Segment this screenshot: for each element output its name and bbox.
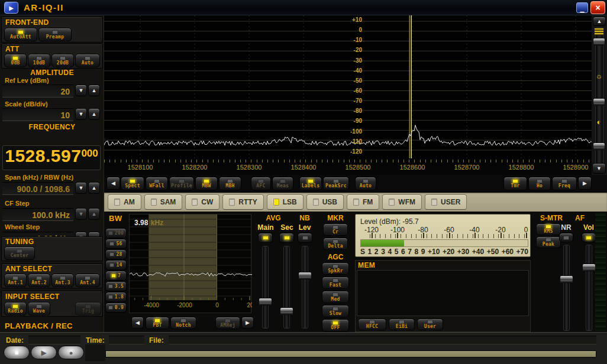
ref-lev-down-button[interactable]: ▼ xyxy=(75,84,87,96)
mode-sam-button[interactable]: SAM xyxy=(144,194,183,210)
ref-level-lines-icon[interactable] xyxy=(594,28,604,35)
bw-200-button[interactable]: 200 xyxy=(105,228,127,238)
cf-step-field[interactable]: 100.0 kHz xyxy=(2,208,73,221)
ant1-button[interactable]: Ant.1 xyxy=(4,274,27,287)
profile-button[interactable]: Profile xyxy=(169,177,194,190)
brightness-slider[interactable] xyxy=(593,98,605,106)
nb-slider-track[interactable] xyxy=(302,246,308,329)
mem-hfcc-button[interactable]: HFCC xyxy=(358,318,386,330)
ho-button[interactable]: Ho xyxy=(528,177,551,190)
mbw-button[interactable]: MBW xyxy=(195,177,218,190)
cf-step-up-button[interactable]: ▲ xyxy=(88,208,100,220)
meas-button[interactable]: Meas xyxy=(272,177,293,190)
bw-14-button[interactable]: 14 xyxy=(105,260,127,270)
ref-level-slider[interactable] xyxy=(593,38,605,46)
afc-button[interactable]: AFC xyxy=(251,177,271,190)
ant3-button[interactable]: Ant.3 xyxy=(51,274,74,287)
input-radio-button[interactable]: Radio xyxy=(4,302,27,316)
mode-user-button[interactable]: USER xyxy=(425,194,467,210)
mode-usb-button[interactable]: USB xyxy=(306,194,344,210)
ref-lev-field[interactable]: 20 xyxy=(2,84,73,98)
auto-att-button[interactable]: AutoAtt xyxy=(4,28,37,41)
mode-wfm-button[interactable]: WFM xyxy=(382,194,422,210)
input-wave-button[interactable]: Wave xyxy=(28,302,50,316)
vol-slider[interactable] xyxy=(582,264,596,271)
labels-button[interactable]: Labels xyxy=(299,177,322,190)
notch-button[interactable]: Notch xyxy=(170,317,196,329)
brightness-icon[interactable]: ☼ xyxy=(593,71,605,81)
spectrum-display[interactable]: +100-10-20-30-40-50-60-70-80-90-100-110-… xyxy=(104,15,592,158)
mode-cw-button[interactable]: CW xyxy=(185,194,219,210)
avg-main-slider[interactable] xyxy=(259,298,272,306)
preamp-button[interactable]: Preamp xyxy=(38,28,72,41)
wfall-button[interactable]: WFall xyxy=(146,177,168,190)
mkr-cursor-button[interactable]: Cr xyxy=(323,223,348,236)
close-button[interactable]: × xyxy=(590,1,605,14)
scroll-down-button[interactable]: ▼ xyxy=(592,163,606,174)
mbh-button[interactable]: MBH xyxy=(219,177,241,190)
span-rbw-field[interactable]: 900.0 / 1098.6 xyxy=(2,182,73,195)
stop-button[interactable]: ■ xyxy=(4,346,30,359)
cf-step-down-button[interactable]: ▼ xyxy=(75,208,87,220)
recording-progress-bar[interactable] xyxy=(105,350,596,358)
freq-button[interactable]: Freq xyxy=(552,177,577,190)
toolbar-right-arrow-button[interactable]: ▶ xyxy=(578,177,592,190)
spect-button[interactable]: Spect xyxy=(121,177,144,190)
scale-down-button[interactable]: ▼ xyxy=(75,108,87,120)
bw-3p5-button[interactable]: 3.5 xyxy=(105,281,127,291)
nr-enable-button[interactable] xyxy=(559,233,573,242)
agc-slow-button[interactable]: Slow xyxy=(322,305,349,317)
bw-7-button[interactable]: 7 xyxy=(105,271,127,281)
nr-slider-track[interactable] xyxy=(563,245,570,331)
avg-sec-enable-button[interactable] xyxy=(279,233,294,243)
ant4-button[interactable]: Ant.4 xyxy=(75,274,100,287)
mkr-delta-button[interactable]: Delta xyxy=(323,238,348,250)
mode-lsb-button[interactable]: LSB xyxy=(267,194,304,210)
smtr-peak-button[interactable]: Peak xyxy=(536,236,561,248)
filter-right-arrow-button[interactable]: ▶ xyxy=(241,317,254,329)
ref-lev-up-button[interactable]: ▲ xyxy=(88,84,100,96)
tmr-button[interactable]: Tmr xyxy=(503,177,527,190)
agc-spkrr-button[interactable]: SpkRr xyxy=(322,262,349,275)
avg-main-enable-button[interactable] xyxy=(258,233,273,243)
span-down-button[interactable]: ▼ xyxy=(75,182,87,194)
agc-med-button[interactable]: Med xyxy=(322,291,349,303)
minimize-button[interactable]: ▁ xyxy=(576,2,588,13)
nb-slider[interactable] xyxy=(298,272,312,280)
mode-am-button[interactable]: AM xyxy=(108,194,141,210)
mode-fm-button[interactable]: FM xyxy=(347,194,379,210)
mem-user-button[interactable]: User xyxy=(417,318,443,330)
am-rej-button[interactable]: AMRej xyxy=(215,317,240,329)
filter-left-arrow-button[interactable]: ◀ xyxy=(131,317,144,329)
att-10db-button[interactable]: 10dB xyxy=(28,54,50,67)
nb-enable-button[interactable] xyxy=(298,233,312,243)
bw-56-button[interactable]: 56 xyxy=(105,239,127,249)
att-20db-button[interactable]: 20dB xyxy=(51,54,74,67)
peak-search-button[interactable]: PeakSrc xyxy=(323,177,349,190)
scroll-up-button[interactable]: ▲ xyxy=(593,17,606,26)
center-button[interactable]: Center xyxy=(4,246,35,260)
pbt-button[interactable]: PBT xyxy=(146,317,169,329)
agc-off-button[interactable]: OFF xyxy=(322,319,349,332)
scale-field[interactable]: 10 xyxy=(2,108,73,121)
auto-button[interactable]: Auto xyxy=(355,177,376,190)
ant2-button[interactable]: Ant.2 xyxy=(28,274,50,287)
agc-fast-button[interactable]: Fast xyxy=(322,277,349,289)
span-up-button[interactable]: ▲ xyxy=(88,182,100,194)
bw-1p8-button[interactable]: 1.8 xyxy=(105,292,127,302)
if-filter-display[interactable]: 3.98 kHz -4000-2000020 xyxy=(129,214,251,313)
avg-sec-slider[interactable] xyxy=(280,307,293,315)
input-trig-button[interactable]: Trig xyxy=(75,302,101,316)
att-auto-button[interactable]: Auto xyxy=(75,54,100,67)
scale-up-button[interactable]: ▲ xyxy=(88,108,100,120)
play-button[interactable]: ▶ xyxy=(31,346,57,359)
avg-sec-slider-track[interactable] xyxy=(283,246,290,329)
nr-slider[interactable] xyxy=(560,275,573,283)
contrast-icon[interactable]: ◐ xyxy=(593,117,605,127)
contrast-slider[interactable] xyxy=(593,142,605,150)
bw-0p9-button[interactable]: 0.9 xyxy=(105,303,127,313)
toolbar-left-arrow-button[interactable]: ◀ xyxy=(106,177,120,190)
frequency-display[interactable]: 1528.597000 xyxy=(2,145,101,170)
memory-list[interactable] xyxy=(357,270,529,316)
mem-eibi-button[interactable]: EiBi xyxy=(389,318,415,330)
